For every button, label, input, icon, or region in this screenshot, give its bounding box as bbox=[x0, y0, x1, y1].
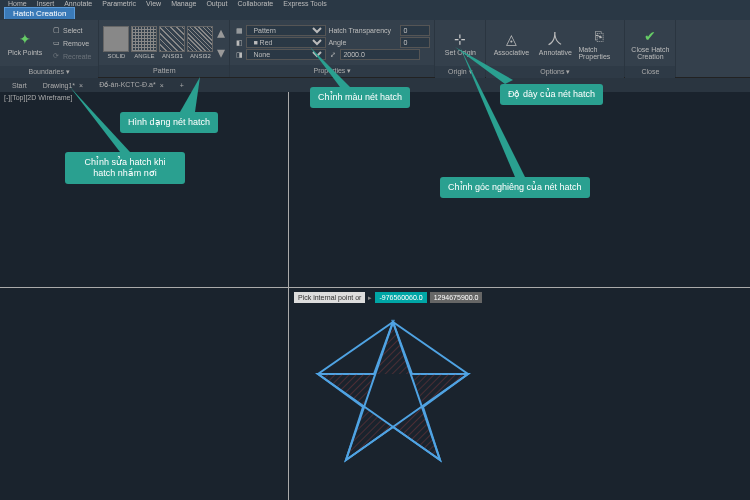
panel-title-properties[interactable]: Properties ▾ bbox=[230, 65, 434, 77]
panel-title-boundaries[interactable]: Boundaries ▾ bbox=[0, 66, 98, 78]
star-drawing bbox=[308, 302, 478, 472]
close-hatch-button[interactable]: ✔Close Hatch Creation bbox=[629, 22, 671, 64]
recreate-button[interactable]: ⟳Recreate bbox=[48, 50, 94, 62]
doc-tab-drawing1[interactable]: Drawing1*× bbox=[37, 81, 89, 90]
annotative-button[interactable]: 人Annotative bbox=[534, 22, 576, 64]
check-icon: ✔ bbox=[641, 27, 659, 45]
menu-express[interactable]: Express Tools bbox=[283, 0, 326, 7]
view-label[interactable]: [-][Top][2D Wireframe] bbox=[4, 94, 72, 101]
pick-points-icon: ✦ bbox=[16, 30, 34, 48]
swatch-angle-icon bbox=[131, 26, 157, 52]
swatch-ansi32[interactable]: ANSI32 bbox=[187, 26, 213, 59]
recreate-label: Recreate bbox=[63, 53, 91, 60]
swatch-ansi31-icon bbox=[159, 26, 185, 52]
panel-options: ◬Associative 人Annotative ⎘Match Properti… bbox=[486, 20, 625, 77]
menu-output[interactable]: Output bbox=[206, 0, 227, 7]
panel-title-pattern[interactable]: Pattern bbox=[99, 65, 229, 77]
menu-collaborate[interactable]: Collaborate bbox=[237, 0, 273, 7]
swatch-angle-label: ANGLE bbox=[134, 53, 154, 59]
svg-marker-3 bbox=[374, 322, 412, 374]
swatch-solid[interactable]: SOLID bbox=[103, 26, 129, 59]
panel-pattern: SOLID ANGLE ANSI31 ANSI32 ▴ ▾ Pattern bbox=[99, 20, 230, 77]
callout-color: Chỉnh màu nét hatch bbox=[310, 87, 410, 108]
scroll-down-icon[interactable]: ▾ bbox=[217, 43, 225, 62]
swatch-ansi31-label: ANSI31 bbox=[162, 53, 183, 59]
plus-icon: + bbox=[180, 82, 184, 89]
angle-label: Angle bbox=[328, 39, 398, 46]
drawing-viewport[interactable]: [-][Top][2D Wireframe] Pick internal poi… bbox=[0, 92, 750, 500]
menu-annotate[interactable]: Annotate bbox=[64, 0, 92, 7]
cmd-icon: ▸ bbox=[368, 294, 372, 302]
panel-properties: ▦Pattern ◧■ Red ◨None Hatch Transparency… bbox=[230, 20, 435, 77]
doc-tab-d2[interactable]: Đồ-án-KCTC-Đ.a*× bbox=[93, 80, 170, 90]
menu-parametric[interactable]: Parametric bbox=[102, 0, 136, 7]
pick-points-button[interactable]: ✦ Pick Points bbox=[4, 22, 46, 64]
swatch-ansi32-icon bbox=[187, 26, 213, 52]
color-icon: ◧ bbox=[234, 38, 244, 48]
associative-button[interactable]: ◬Associative bbox=[490, 22, 532, 64]
panel-boundaries: ✦ Pick Points ▢Select ▭Remove ⟳Recreate … bbox=[0, 20, 99, 77]
color-select[interactable]: ■ Red bbox=[246, 37, 326, 48]
remove-icon: ▭ bbox=[51, 38, 61, 48]
bg-select[interactable]: None bbox=[246, 49, 326, 60]
associative-icon: ◬ bbox=[502, 30, 520, 48]
menu-manage[interactable]: Manage bbox=[171, 0, 196, 7]
callout-angle: Chỉnh góc nghiêng của nét hatch bbox=[440, 177, 590, 198]
scale-row: ⤢ bbox=[328, 49, 430, 60]
swatch-solid-icon bbox=[103, 26, 129, 52]
crosshair-horizontal bbox=[0, 287, 750, 288]
close-icon[interactable]: × bbox=[160, 82, 164, 89]
select-label: Select bbox=[63, 27, 82, 34]
pattern-icon: ▦ bbox=[234, 26, 244, 36]
doc-tab-d2-label: Đồ-án-KCTC-Đ.a* bbox=[99, 81, 156, 89]
angle-input[interactable] bbox=[400, 37, 430, 48]
crosshair-vertical bbox=[288, 92, 289, 500]
associative-label: Associative bbox=[494, 49, 529, 56]
swatch-ansi31[interactable]: ANSI31 bbox=[159, 26, 185, 59]
select-icon: ▢ bbox=[51, 25, 61, 35]
pattern-scroll[interactable]: ▴ ▾ bbox=[217, 23, 225, 62]
doc-tab-add[interactable]: + bbox=[174, 81, 190, 90]
doc-tab-start-label: Start bbox=[12, 82, 27, 89]
pattern-type-select[interactable]: Pattern bbox=[246, 25, 326, 36]
recreate-icon: ⟳ bbox=[51, 51, 61, 61]
panel-close: ✔Close Hatch Creation Close bbox=[625, 20, 676, 77]
angle-row: Angle bbox=[328, 37, 430, 48]
tab-hatch-creation[interactable]: Hatch Creation bbox=[4, 7, 75, 19]
origin-icon: ⊹ bbox=[451, 30, 469, 48]
scroll-up-icon[interactable]: ▴ bbox=[217, 23, 225, 42]
ribbon-tabs: Hatch Creation bbox=[0, 6, 750, 20]
swatch-angle[interactable]: ANGLE bbox=[131, 26, 157, 59]
menu-view[interactable]: View bbox=[146, 0, 161, 7]
select-button[interactable]: ▢Select bbox=[48, 24, 94, 36]
doc-tab-d1-label: Drawing1* bbox=[43, 82, 75, 89]
menu-insert[interactable]: Insert bbox=[37, 0, 55, 7]
callout-shape: Hình dạng nét hatch bbox=[120, 112, 218, 133]
ribbon: ✦ Pick Points ▢Select ▭Remove ⟳Recreate … bbox=[0, 20, 750, 78]
menu-home[interactable]: Home bbox=[8, 0, 27, 7]
match-label: Match Properties bbox=[578, 46, 620, 60]
remove-button[interactable]: ▭Remove bbox=[48, 37, 94, 49]
remove-label: Remove bbox=[63, 40, 89, 47]
close-hatch-label: Close Hatch Creation bbox=[629, 46, 671, 60]
scale-icon: ⤢ bbox=[328, 50, 338, 60]
pick-points-label: Pick Points bbox=[8, 49, 43, 56]
pattern-type-row[interactable]: ▦Pattern bbox=[234, 25, 326, 36]
panel-title-origin[interactable]: Origin ▾ bbox=[435, 66, 485, 78]
color-row[interactable]: ◧■ Red bbox=[234, 37, 326, 48]
bg-icon: ◨ bbox=[234, 50, 244, 60]
match-properties-button[interactable]: ⎘Match Properties bbox=[578, 22, 620, 64]
set-origin-button[interactable]: ⊹ Set Origin bbox=[439, 22, 481, 64]
transparency-input[interactable] bbox=[400, 25, 430, 36]
bg-row[interactable]: ◨None bbox=[234, 49, 326, 60]
scale-input[interactable] bbox=[340, 49, 420, 60]
match-icon: ⎘ bbox=[590, 27, 608, 45]
doc-tab-start[interactable]: Start bbox=[6, 81, 33, 90]
annotative-label: Annotative bbox=[539, 49, 572, 56]
panel-title-options[interactable]: Options ▾ bbox=[486, 66, 624, 78]
callout-thickness: Độ dày của nét hatch bbox=[500, 84, 603, 105]
close-icon[interactable]: × bbox=[79, 82, 83, 89]
callout-edit-hatch: Chỉnh sửa hatch khi hatch nhầm nơi bbox=[65, 152, 185, 184]
panel-title-close: Close bbox=[625, 66, 675, 78]
swatch-ansi32-label: ANSI32 bbox=[190, 53, 211, 59]
